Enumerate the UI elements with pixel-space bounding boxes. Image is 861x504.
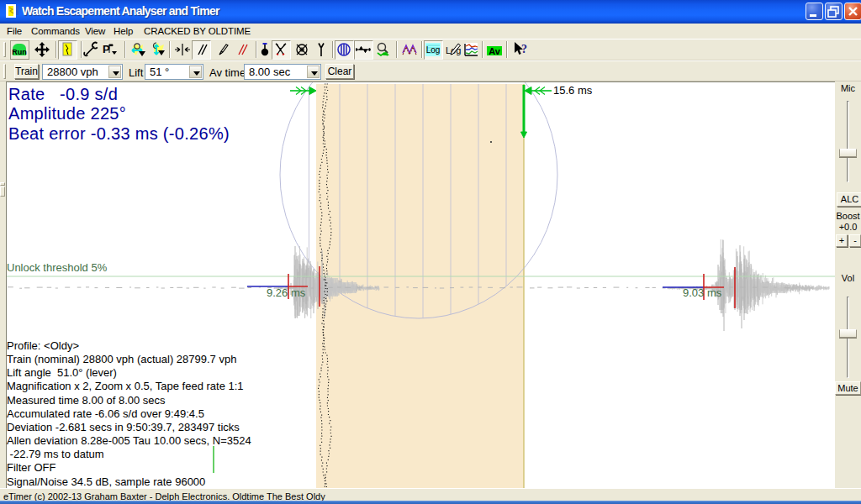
svg-text:Run: Run [12, 48, 27, 56]
svg-text:Av: Av [489, 46, 501, 56]
svg-text:Log: Log [426, 45, 441, 55]
svg-text:?: ? [521, 43, 527, 55]
